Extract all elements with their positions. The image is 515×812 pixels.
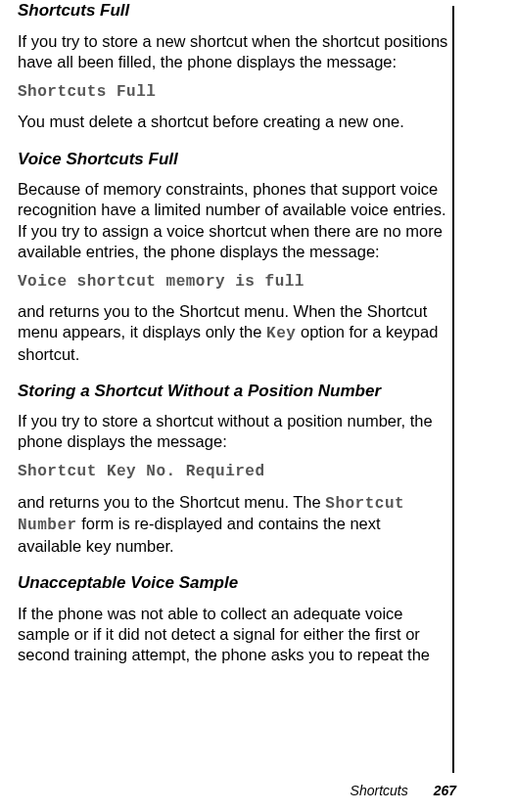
para-storing-explain: and returns you to the Shortcut menu. Th… [18,492,448,557]
msg-shortcut-key-required: Shortcut Key No. Required [18,462,448,481]
msg-voice-memory-full: Voice shortcut memory is full [18,272,448,292]
page: Shortcuts Full If you try to store a new… [0,0,515,812]
heading-voice-shortcuts-full: Voice Shortcuts Full [18,149,448,170]
section-unacceptable-voice: Unacceptable Voice Sample If the phone w… [18,572,448,665]
page-content: Shortcuts Full If you try to store a new… [18,0,448,665]
key-option-label: Key [266,325,296,342]
section-shortcuts-full: Shortcuts Full If you try to store a new… [18,0,448,133]
footer-page-number: 267 [434,783,456,798]
section-storing-shortcut: Storing a Shortcut Without a Position Nu… [18,381,448,557]
para-storing-a: and returns you to the Shortcut menu. Th… [18,493,325,511]
msg-shortcuts-full: Shortcuts Full [18,82,448,102]
vertical-rule [452,6,454,773]
footer-section-label: Shortcuts [351,783,408,798]
para-voice-explain: and returns you to the Shortcut menu. Wh… [18,301,448,365]
para-storing-intro: If you try to store a shortcut without a… [18,411,448,452]
heading-storing-shortcut: Storing a Shortcut Without a Position Nu… [18,381,448,401]
section-voice-shortcuts-full: Voice Shortcuts Full Because of memory c… [18,149,448,365]
page-footer: Shortcuts 267 [351,783,456,798]
heading-unacceptable-voice: Unacceptable Voice Sample [18,572,448,594]
para-shortcuts-full-intro: If you try to store a new shortcut when … [18,31,448,72]
para-voice-intro: Because of memory constraints, phones th… [18,179,448,261]
para-unacceptable-voice: If the phone was not able to collect an … [18,604,448,665]
heading-shortcuts-full: Shortcuts Full [18,0,448,22]
para-shortcuts-full-explain: You must delete a shortcut before creati… [18,112,448,132]
